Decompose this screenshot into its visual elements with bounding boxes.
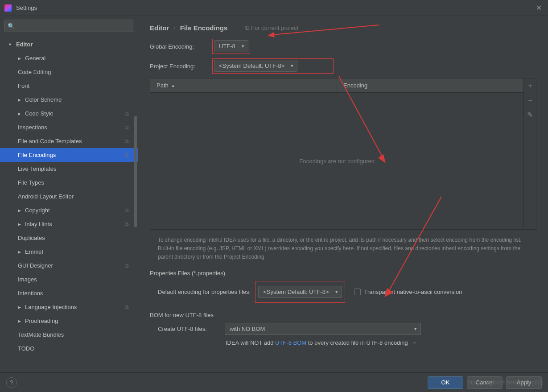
close-icon[interactable]: ✕ [534,2,544,14]
help-text: To change encoding IntelliJ IDEA uses fo… [158,236,532,262]
settings-tree: ▼ Editor ▶GeneralCode EditingFont▶Color … [0,36,138,373]
tree-item[interactable]: ▶General [0,51,138,65]
copy-icon: ⧉ [124,304,130,310]
chevron-right-icon: ▶ [18,98,21,102]
col-encoding[interactable]: Encoding [337,78,523,92]
chevron-right-icon: ▶ [18,208,21,213]
bom-section-title: BOM for new UTF-8 files [150,312,536,318]
breadcrumb-root[interactable]: Editor [150,24,169,32]
transparent-ascii-label: Transparent native-to-ascii conversion [364,289,462,295]
tree-item-label: File and Code Templates [18,138,82,144]
minus-icon[interactable]: － [527,96,534,105]
copy-icon: ⧉ [245,25,249,31]
tree-item[interactable]: ▶Code Style⧉ [0,107,138,120]
svg-marker-1 [268,32,275,37]
bom-create-label: Create UTF-8 files: [158,326,220,332]
table-main: Path ▲ Encoding Encodings are not config… [150,78,523,229]
tree-item-label: Emmet [25,248,43,255]
copy-icon: ⧉ [124,124,130,131]
tree-item[interactable]: ▶Emmet [0,245,138,259]
tree-item[interactable]: ▶Inlay Hints⧉ [0,217,138,231]
tree-item-label: Code Editing [18,69,51,75]
global-encoding-dropdown[interactable]: UTF-8 [214,40,248,52]
tree-item[interactable]: Font [0,79,138,93]
copy-icon: ⧉ [124,207,130,214]
properties-encoding-dropdown[interactable]: <System Default: UTF-8> [258,286,342,298]
tree-item[interactable]: ▶Proofreading [0,314,138,328]
tree-editor[interactable]: ▼ Editor [0,37,138,51]
search-input-wrapper[interactable]: 🔍 [4,20,133,32]
tree-item[interactable]: Images [0,272,138,286]
encoding-table: Path ▲ Encoding Encodings are not config… [150,78,536,230]
tree-item-label: GUI Designer [18,262,53,269]
breadcrumb-leaf: File Encodings [180,24,228,32]
chevron-right-icon: ▶ [18,56,21,61]
app-logo-icon [4,4,12,12]
tree-item[interactable]: GUI Designer⧉ [0,259,138,272]
search-input[interactable] [16,23,130,29]
tree-item[interactable]: File Types [0,176,138,190]
chevron-right-icon: ▶ [18,319,21,323]
tree-item[interactable]: Inspections⧉ [0,120,138,134]
settings-sidebar: 🔍 ▼ Editor ▶GeneralCode EditingFont▶Colo… [0,16,138,373]
chevron-right-icon: ▶ [18,305,21,309]
tree-item-label: TODO [18,345,34,352]
tree-item-label: Code Style [25,110,54,117]
copy-icon: ⧉ [124,138,130,144]
transparent-ascii-wrapper[interactable]: Transparent native-to-ascii conversion [354,289,462,295]
properties-encoding-row: Default encoding for properties files: <… [158,281,536,303]
tree-item-label: Live Templates [18,165,56,172]
global-encoding-label: Global Encoding: [150,43,208,50]
dialog-footer: ? OK Cancel Apply https://blog.csdn.net/… [0,372,548,392]
tree-item-label: Copyright [25,207,50,214]
tree-item-label: TextMate Bundles [18,331,64,338]
chevron-right-icon: › [173,25,175,31]
chevron-right-icon: ▶ [18,250,21,254]
titlebar: Settings ✕ [0,0,548,16]
scrollbar[interactable] [134,116,137,227]
help-button[interactable]: ? [6,377,17,388]
tree-item-label: File Types [18,179,44,186]
tree-item-label: General [25,55,45,62]
tree-item[interactable]: TODO [0,342,138,355]
project-encoding-dropdown[interactable]: <System Default: UTF-8> [214,60,297,72]
global-encoding-row: Global Encoding: UTF-8 [150,39,536,54]
tree-item-label: Font [18,83,29,89]
project-encoding-label: Project Encoding: [150,63,208,70]
search-icon: 🔍 [8,23,15,29]
tree-item-label: Proofreading [25,318,58,324]
table-empty-message: Encodings are not configured [150,93,523,229]
tree-item[interactable]: ▶Language Injections⧉ [0,300,138,314]
plus-icon[interactable]: ＋ [527,81,534,91]
transparent-ascii-checkbox[interactable] [354,289,361,295]
ok-button[interactable]: OK [428,376,463,389]
tree-item[interactable]: Duplicates [0,231,138,245]
copy-icon: ⧉ [124,221,130,227]
copy-icon: ⧉ [124,263,130,269]
tree-item[interactable]: File Encodings⧉ [0,148,138,162]
tree-item[interactable]: ▶Copyright⧉ [0,203,138,217]
chevron-right-icon: ▶ [18,111,21,116]
highlight-annotation: <System Default: UTF-8> [212,58,334,74]
edit-icon[interactable]: ✎ [527,111,533,119]
bom-create-dropdown[interactable]: with NO BOM [225,323,421,335]
properties-section-title: Properties Files (*.properties) [150,270,536,276]
table-toolbar: ＋ － ✎ [523,78,536,229]
tree-item[interactable]: File and Code Templates⧉ [0,134,138,148]
chevron-down-icon: ▼ [8,42,12,47]
main-area: 🔍 ▼ Editor ▶GeneralCode EditingFont▶Colo… [0,16,548,373]
tree-item[interactable]: TextMate Bundles [0,328,138,342]
tree-item[interactable]: Intentions [0,286,138,300]
bom-create-row: Create UTF-8 files: with NO BOM [158,323,536,335]
tree-item[interactable]: Android Layout Editor [0,190,138,203]
tree-item-label: Inspections [18,124,47,131]
tree-item-label: Duplicates [18,235,45,241]
col-path[interactable]: Path ▲ [150,78,337,92]
tree-item[interactable]: Code Editing [0,65,138,79]
window-title: Settings [16,4,534,11]
table-header: Path ▲ Encoding [150,78,523,93]
external-link-icon: ↗ [412,340,416,346]
tree-item[interactable]: Live Templates [0,162,138,176]
utf8-bom-link[interactable]: UTF-8 BOM [275,339,306,346]
tree-item[interactable]: ▶Color Scheme [0,93,138,107]
